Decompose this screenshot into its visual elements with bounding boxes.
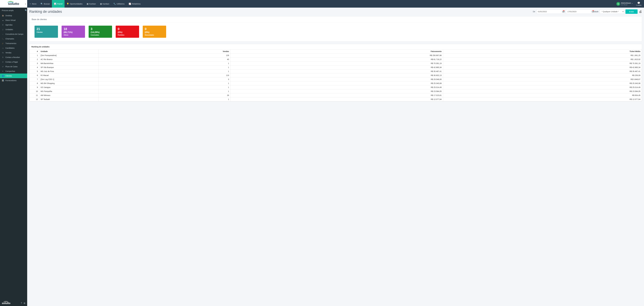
table-row[interactable]: 12SP Taubaté1R$ 12.077,64R$ 12.077,64 [30,97,642,101]
online-indicator[interactable]: 💬 2 online [635,2,643,6]
date-from-input[interactable] [536,10,562,14]
cell-unidade: [Zen Log CDD 1] [39,78,98,82]
page-title: Ranking de unidades [29,10,532,14]
date-to-wrap: 📅27 [566,10,590,14]
topbar-item-utilitários[interactable]: 🔧Utilitários [111,0,126,8]
topbar-icon: 📊 [54,3,56,5]
th-faturamento[interactable]: Faturamento [230,50,443,54]
panel-ranking: Ranking de unidades # Unidade Vendas Fat… [29,44,642,102]
unidade-select[interactable]: * Qualquer Unidade * [600,10,624,14]
sidebar-item-agendas[interactable]: 🗓Agendas [0,22,27,27]
table-row[interactable]: 2AC Rio Branco45R$ 81.716,22R$ 1.815,92 [30,58,642,62]
sidebar-item-disco-virtual[interactable]: ☁Disco Virtual [0,18,27,22]
sidebar-item-contas-a-receber[interactable]: $Contas a Receber [0,55,27,60]
sidebar-item-clientes[interactable]: 👤Clientes [0,74,27,78]
table-row[interactable]: 10MG Pampulha1R$ 23.584,05R$ 23.584,05 [30,90,642,93]
table-row[interactable]: 7[Zen Log CDD 1]3R$ 29.546,00R$ 9.848,67 [30,78,642,82]
sidebar-item-label: Chamados [6,38,14,40]
panel-base-clientes: Base de clientes 21Clientes18(85,71%)Ati… [29,16,642,42]
card-percent: (0%) [118,31,137,34]
online-count: 2 online [636,4,642,6]
sidebar-item-candidatos[interactable]: ▭Candidatos [0,46,27,50]
sidebar-item-label: Unidades [6,28,13,30]
topbar-item-painel[interactable]: 📊Painel [52,0,65,8]
sidebar-item-consultoria-de-campo[interactable]: ○Consultoria de Campo [0,32,27,36]
th-ticket[interactable]: Ticket Médio [443,50,642,54]
sidebar-item-label: Desktop [6,14,12,16]
topbar-item-buscar[interactable]: 🔍Buscar [38,0,52,8]
gear-icon[interactable]: ⚙ [24,302,25,304]
th-index[interactable]: # [30,50,39,54]
cell-ticket: R$ 259,09 [443,74,642,78]
cell-vendas: 1 [98,62,230,66]
nav-icon: 🛍 [2,52,4,54]
th-vendas[interactable]: Vendas [98,50,230,54]
chevron-down-icon: ⌄ [632,2,633,4]
sidebar-item-vendas[interactable]: 🛍Vendas [0,50,27,55]
th-unidade[interactable]: Unidade [39,50,98,54]
cell-index: 2 [30,58,39,62]
exibir-button[interactable]: Exibir [626,10,638,14]
table-row[interactable]: 5MG Juiz de Fora1R$ 35.487,41R$ 35.487,4… [30,70,642,74]
topbar-icon: 🔧 [113,3,116,5]
sidebar-collapse-icon[interactable]: ‹ [25,2,26,5]
card-number: 0 [145,27,164,31]
sidebar-item-label: Fluxo de Caixa [6,66,18,68]
stat-card-clientes[interactable]: 21Clientes [34,26,58,38]
sidebar-item-unidades[interactable]: ▯Unidades [0,27,27,32]
nav-icon: ☁ [2,19,4,21]
cell-index: 5 [30,70,39,74]
sidebar-search-input[interactable] [1,9,25,12]
cell-vendas: 1 [98,66,230,70]
table-row[interactable]: 1[Zen Franqueadora]126R$ 250.897,66R$ 1.… [30,54,642,58]
topbar-item-kanban[interactable]: ▦Kanban [84,0,98,8]
nav-icon: ○ [2,33,4,35]
topbar-item-oportunidades[interactable]: 💡Oportunidades [64,0,84,8]
chat-icon: 💬 [637,2,640,4]
sidebar-item-contas-a-pagar[interactable]: ⊘Contas a Pagar [0,60,27,64]
nav-icon: 🎓 [2,42,4,44]
table-row[interactable]: 3MA Barreirinhas1R$ 70.391,19R$ 70.391,1… [30,62,642,66]
stat-card-ativos[interactable]: 18(85,71%)Ativos [62,26,85,38]
cell-ticket: R$ 23.584,05 [443,90,642,93]
table-row[interactable]: 9GO Jaragua1R$ 25.014,49R$ 25.014,49 [30,86,642,90]
cell-vendas: 1 [98,90,230,93]
topbar-item-novo[interactable]: ＋Novo [27,0,38,8]
cell-ticket: R$ 12.077,64 [443,97,642,101]
topbar-icon: 📈 [129,3,131,5]
sidebar-item-label: Candidatos [6,47,14,49]
print-icon[interactable]: 🖨 [639,10,642,14]
topbar-item-label: Painel [57,3,62,5]
sidebar-item-treinamentos[interactable]: 🎓Treinamentos [0,41,27,46]
filter-bar: Ranking de unidades De 📅27 até 📅27 Unida… [29,10,642,14]
topbar-item-kanban[interactable]: ▦Kanban [98,0,112,8]
table-row[interactable]: 6RJ Macaé119R$ 30.832,13R$ 259,09 [30,74,642,78]
cell-index: 12 [30,97,39,101]
cell-unidade: SP Vila Buarque [39,66,98,70]
table-row[interactable]: 11AM MAnaus26R$ 17.015,61R$ 654,45 [30,93,642,97]
topbar-item-label: Buscar [44,3,50,5]
sidebar-item-fornecedores[interactable]: 📊Fornecedores [0,78,27,83]
sidebar-item-fluxo-de-caixa[interactable]: ⇄Fluxo de Caixa [0,64,27,69]
label-unidade: Unidade [592,10,598,12]
sidebar-item-campanhas[interactable]: ✈Campanhas [0,69,27,74]
nav-icon: 📊 [2,80,4,82]
sidebar-item-desktop[interactable]: 🏠Desktop [0,13,27,18]
user-menu[interactable]: S WebSoftware ⌄ Zen Brasil [615,2,635,6]
date-to-input[interactable] [566,10,591,14]
cell-faturamento: R$ 25.014,49 [230,86,443,90]
sidebar-item-chamados[interactable]: 📞Chamados [0,36,27,41]
topbar-icon: ＋ [29,2,31,5]
cell-unidade: MG BH Shopping [39,82,98,86]
stat-card-descartados[interactable]: 0(0%)Descartados [143,26,166,38]
stat-card-perdidos[interactable]: 0(0%)Perdidos [116,26,139,38]
cell-vendas: 1 [98,70,230,74]
stat-card-concluídos[interactable]: 3(14,29%)Concluídos [88,26,112,38]
cell-ticket: R$ 35.487,41 [443,70,642,74]
topbar-item-relatórios[interactable]: 📈Relatórios [126,0,143,8]
cell-faturamento: R$ 29.546,00 [230,78,443,82]
table-row[interactable]: 8MG BH Shopping1R$ 25.343,08R$ 25.343,08 [30,82,642,86]
search-icon[interactable]: 🔍 [25,9,27,12]
help-icon[interactable]: ? [21,302,22,304]
table-row[interactable]: 4SP Vila Buarque1R$ 42.865,34R$ 42.865,3… [30,66,642,70]
